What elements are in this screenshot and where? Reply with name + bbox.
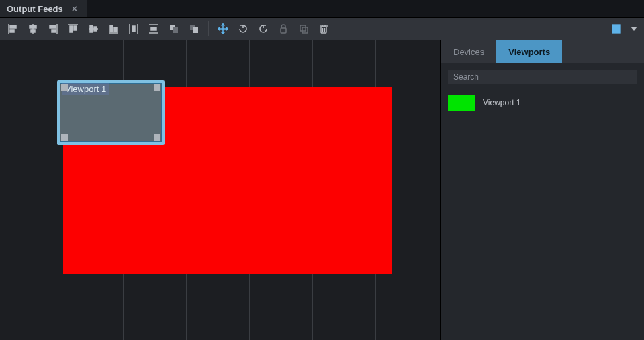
grid-icon bbox=[611, 23, 622, 34]
svg-rect-31 bbox=[300, 25, 306, 31]
viewport-list: Viewport 1 bbox=[441, 89, 644, 117]
toolbar bbox=[0, 17, 644, 40]
distribute-v-icon bbox=[148, 23, 159, 34]
align-center-h-icon bbox=[28, 23, 38, 34]
align-right-button[interactable] bbox=[44, 19, 62, 38]
svg-rect-4 bbox=[30, 25, 36, 28]
align-center-v-button[interactable] bbox=[84, 19, 103, 38]
align-bottom-button[interactable] bbox=[104, 19, 123, 38]
bring-front-icon bbox=[189, 23, 199, 34]
align-top-button[interactable] bbox=[64, 19, 83, 38]
rotate-ccw-icon bbox=[238, 23, 248, 34]
svg-rect-7 bbox=[50, 25, 56, 28]
rotate-cw-button[interactable] bbox=[254, 19, 273, 38]
svg-rect-39 bbox=[612, 25, 620, 33]
window-tabstrip: Output Feeds × bbox=[0, 0, 644, 17]
align-left-button[interactable] bbox=[3, 19, 22, 38]
canvas[interactable]: Viewport 1 bbox=[0, 40, 441, 340]
svg-rect-13 bbox=[90, 25, 93, 32]
svg-rect-10 bbox=[70, 26, 73, 32]
svg-rect-20 bbox=[132, 26, 135, 32]
align-top-icon bbox=[68, 23, 79, 34]
viewport-1-box[interactable]: Viewport 1 bbox=[57, 80, 165, 145]
move-icon bbox=[218, 23, 228, 34]
rotate-ccw-button[interactable] bbox=[234, 19, 252, 38]
tab-viewports[interactable]: Viewports bbox=[496, 40, 562, 63]
align-center-h-button[interactable] bbox=[24, 19, 42, 38]
distribute-v-button[interactable] bbox=[144, 19, 163, 38]
align-right-icon bbox=[48, 23, 58, 34]
svg-rect-1 bbox=[10, 25, 16, 28]
viewport-1-label: Viewport 1 bbox=[62, 83, 109, 95]
svg-rect-8 bbox=[52, 30, 56, 32]
viewport-swatch bbox=[448, 95, 475, 111]
move-tool-button[interactable] bbox=[214, 19, 232, 38]
resize-handle-tl[interactable] bbox=[61, 84, 68, 91]
bring-front-button[interactable] bbox=[185, 19, 203, 38]
tab-devices[interactable]: Devices bbox=[441, 40, 496, 63]
align-center-v-icon bbox=[88, 23, 99, 34]
viewport-item-name: Viewport 1 bbox=[483, 98, 520, 107]
delete-button[interactable] bbox=[314, 19, 333, 38]
right-tabs: Devices Viewports bbox=[441, 40, 644, 63]
send-back-button[interactable] bbox=[165, 19, 183, 38]
right-panel: Devices Viewports Viewport 1 bbox=[441, 40, 644, 340]
svg-rect-27 bbox=[193, 27, 198, 33]
resize-handle-tr[interactable] bbox=[154, 84, 160, 91]
window-tab-title: Output Feeds bbox=[7, 4, 63, 14]
svg-rect-14 bbox=[94, 27, 97, 31]
lock-icon bbox=[278, 23, 289, 34]
svg-rect-17 bbox=[114, 27, 117, 32]
output-feeds-app: Output Feeds × bbox=[0, 0, 644, 340]
svg-rect-11 bbox=[74, 26, 77, 30]
lock-button[interactable] bbox=[274, 19, 293, 38]
list-item[interactable]: Viewport 1 bbox=[448, 93, 637, 113]
align-bottom-icon bbox=[108, 23, 119, 34]
search-input[interactable] bbox=[448, 70, 637, 84]
resize-handle-bl[interactable] bbox=[61, 134, 68, 141]
svg-rect-25 bbox=[173, 27, 178, 33]
svg-rect-5 bbox=[31, 30, 35, 32]
grid-toggle-button[interactable] bbox=[607, 19, 626, 38]
align-left-icon bbox=[7, 23, 18, 34]
toolbar-separator bbox=[208, 21, 209, 36]
rotate-cw-icon bbox=[258, 23, 269, 34]
grid-menu-button[interactable] bbox=[627, 19, 641, 38]
svg-rect-2 bbox=[10, 30, 14, 32]
distribute-h-icon bbox=[128, 23, 139, 34]
svg-rect-32 bbox=[302, 27, 308, 33]
send-back-icon bbox=[169, 23, 179, 34]
svg-rect-33 bbox=[321, 27, 326, 33]
trash-icon bbox=[318, 23, 329, 34]
duplicate-icon bbox=[298, 23, 309, 34]
duplicate-button[interactable] bbox=[294, 19, 313, 38]
main-area: Viewport 1 Devices Viewports Viewport 1 bbox=[0, 40, 644, 340]
resize-handle-br[interactable] bbox=[154, 134, 160, 141]
chevron-down-icon bbox=[631, 25, 637, 32]
distribute-h-button[interactable] bbox=[124, 19, 143, 38]
close-icon[interactable]: × bbox=[69, 3, 80, 14]
svg-rect-23 bbox=[151, 27, 156, 30]
svg-rect-16 bbox=[110, 25, 113, 32]
window-tab-output-feeds[interactable]: Output Feeds × bbox=[0, 0, 87, 17]
svg-rect-30 bbox=[281, 28, 286, 33]
svg-marker-44 bbox=[631, 27, 637, 31]
